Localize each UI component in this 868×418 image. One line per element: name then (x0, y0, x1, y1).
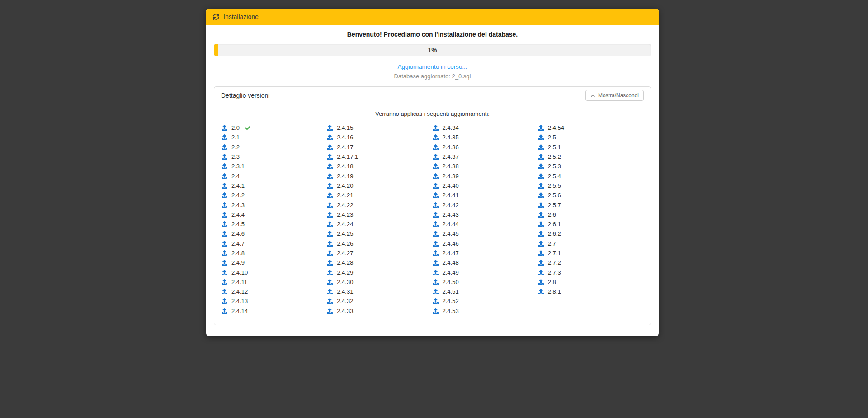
upload-icon (327, 134, 333, 140)
version-item: 2.5.2 (538, 152, 643, 162)
version-label: 2.4.41 (443, 192, 459, 199)
version-item: 2.4.10 (222, 267, 327, 277)
upload-icon (222, 125, 227, 131)
upload-icon (327, 241, 333, 247)
versions-column: 2.02.12.22.32.3.12.42.4.12.4.22.4.32.4.4… (222, 123, 327, 316)
version-label: 2.4.25 (337, 230, 353, 237)
upload-icon (433, 163, 439, 169)
version-label: 2.5.2 (548, 153, 561, 160)
dialog-header: Installazione (206, 9, 659, 25)
version-item: 2.4.28 (327, 258, 432, 267)
upload-icon (222, 144, 227, 150)
version-item: 2.4.24 (327, 219, 432, 229)
upload-icon (433, 260, 439, 266)
upload-icon (222, 308, 227, 314)
version-label: 2.4.54 (548, 124, 564, 131)
version-item: 2.4.40 (433, 181, 538, 190)
version-item: 2.7.3 (538, 267, 643, 277)
version-item: 2.4.45 (433, 229, 538, 238)
version-item: 2.4.14 (222, 306, 327, 316)
version-label: 2.3.1 (231, 163, 245, 170)
versions-panel-title: Dettaglio versioni (221, 92, 269, 99)
version-label: 2.3 (231, 153, 240, 160)
version-item: 2.4.52 (433, 296, 538, 306)
upload-icon (433, 125, 439, 131)
version-item: 2.4.29 (327, 267, 432, 277)
version-label: 2.4.37 (443, 153, 459, 160)
version-item: 2.8 (538, 277, 643, 287)
upload-icon (222, 134, 227, 140)
upload-icon (433, 212, 439, 218)
version-item: 2.8.1 (538, 287, 643, 296)
version-label: 2.4.12 (231, 288, 248, 295)
upload-icon (327, 212, 333, 218)
upload-icon (538, 192, 544, 198)
upload-icon (327, 289, 333, 294)
upload-icon (538, 221, 544, 227)
version-label: 2.4.3 (231, 202, 245, 209)
progress-label: 1% (214, 44, 651, 56)
versions-panel-header: Dettaglio versioni Mostra/Nascondi (214, 87, 651, 104)
version-item: 2.5.4 (538, 171, 643, 180)
chevron-up-icon (590, 93, 595, 98)
upload-icon (327, 163, 333, 169)
version-label: 2.8 (548, 279, 556, 285)
upload-icon (538, 250, 544, 256)
version-item: 2.4.19 (327, 171, 432, 180)
version-label: 2.4.17.1 (337, 153, 358, 160)
version-label: 2.4.7 (231, 240, 245, 247)
upload-icon (327, 221, 333, 227)
upload-icon (327, 183, 333, 189)
upload-icon (538, 289, 544, 294)
version-item: 2.4.35 (433, 133, 538, 142)
versions-grid: 2.02.12.22.32.3.12.42.4.12.4.22.4.32.4.4… (222, 123, 643, 316)
upload-icon (538, 260, 544, 266)
version-label: 2.5.7 (548, 202, 561, 209)
version-label: 2.4.31 (337, 288, 353, 295)
upload-icon (222, 212, 227, 218)
version-label: 2.4.11 (231, 279, 247, 285)
upload-icon (327, 270, 333, 276)
dialog-body: Benvenuto! Procediamo con l'installazion… (206, 31, 659, 336)
upload-icon (222, 241, 227, 247)
version-item: 2.4.46 (433, 239, 538, 248)
version-item: 2.4.12 (222, 287, 327, 296)
version-label: 2.4.10 (231, 269, 248, 276)
version-item: 2.4.7 (222, 239, 327, 248)
version-label: 2.4.27 (337, 250, 353, 256)
version-label: 2.4.23 (337, 211, 353, 218)
upload-icon (327, 231, 333, 237)
version-item: 2.4.23 (327, 210, 432, 219)
version-label: 2.6.1 (548, 221, 561, 228)
version-item: 2.4.41 (433, 190, 538, 200)
upload-icon (327, 125, 333, 131)
version-label: 2.4.35 (443, 134, 459, 141)
version-label: 2.4.21 (337, 192, 353, 199)
version-label: 2.4.2 (231, 192, 245, 199)
version-label: 2.4.17 (337, 144, 353, 151)
upload-icon (327, 202, 333, 208)
version-item: 2.4.42 (433, 200, 538, 209)
toggle-versions-label: Mostra/Nascondi (598, 92, 639, 99)
version-item: 2.4.2 (222, 190, 327, 200)
status-db-updated: Database aggiornato: 2_0.sql (214, 73, 651, 80)
version-label: 2.4.13 (231, 298, 248, 304)
version-item: 2.4.31 (327, 287, 432, 296)
upload-icon (327, 308, 333, 314)
versions-panel-body: Verranno applicati i seguenti aggiorname… (214, 104, 651, 325)
upload-icon (538, 231, 544, 237)
toggle-versions-button[interactable]: Mostra/Nascondi (585, 90, 644, 101)
version-item: 2.7.2 (538, 258, 643, 267)
upload-icon (538, 270, 544, 276)
upload-icon (327, 144, 333, 150)
upload-icon (538, 163, 544, 169)
version-item: 2.4.11 (222, 277, 327, 287)
upload-icon (222, 154, 227, 160)
version-item: 2.4.17.1 (327, 152, 432, 162)
upload-icon (327, 298, 333, 304)
upload-icon (538, 173, 544, 179)
version-label: 2.7.2 (548, 259, 561, 266)
version-label: 2.4.33 (337, 308, 353, 314)
upload-icon (222, 163, 227, 169)
version-item: 2.4.5 (222, 219, 327, 229)
